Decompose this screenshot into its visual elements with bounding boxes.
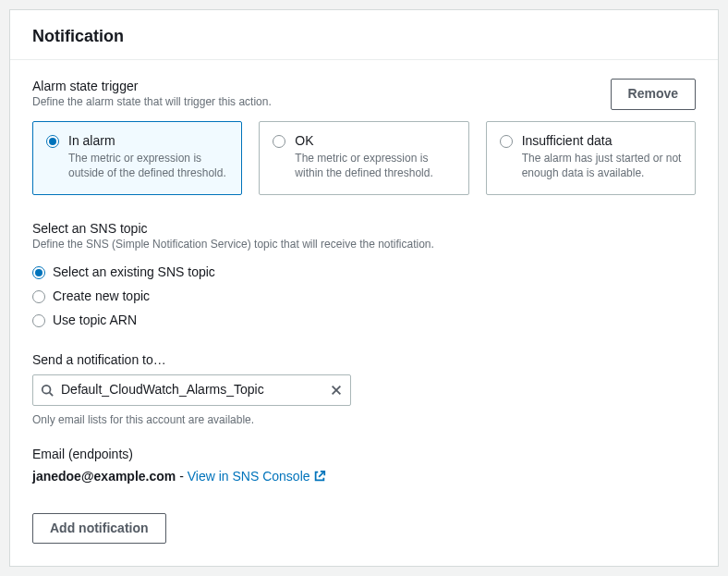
email-label: Email (endpoints) [32, 447, 696, 461]
alarm-state-tile-insufficient-data[interactable]: Insufficient data The alarm has just sta… [486, 121, 696, 196]
email-value: janedoe@example.com [32, 469, 176, 484]
tile-desc: The alarm has just started or not enough… [522, 151, 682, 182]
radio-icon [46, 135, 59, 148]
alarm-trigger-heading-group: Alarm state trigger Define the alarm sta… [32, 79, 272, 108]
notification-panel: Notification Alarm state trigger Define … [9, 9, 719, 567]
tile-desc: The metric or expression is within the d… [295, 151, 455, 182]
external-link-icon [313, 470, 326, 483]
alarm-trigger-title: Alarm state trigger [32, 79, 272, 93]
sns-radio-group: Select an existing SNS topic Create new … [32, 260, 696, 332]
tile-title: OK [295, 133, 455, 148]
sns-section: Select an SNS topic Define the SNS (Simp… [32, 221, 696, 332]
send-to-section: Send a notification to… Only email lists… [32, 352, 696, 426]
email-section: Email (endpoints) janedoe@example.com - … [32, 447, 696, 484]
email-line: janedoe@example.com - View in SNS Consol… [32, 469, 696, 484]
panel-header: Notification [10, 10, 718, 60]
tile-title: In alarm [68, 133, 228, 148]
send-to-hint: Only email lists for this account are av… [32, 413, 696, 426]
radio-icon [273, 135, 285, 148]
alarm-trigger-desc: Define the alarm state that will trigger… [32, 95, 272, 108]
radio-icon [32, 314, 45, 327]
sns-title: Select an SNS topic [32, 221, 696, 236]
add-notification-button[interactable]: Add notification [32, 513, 166, 545]
view-in-sns-console-link[interactable]: View in SNS Console [188, 469, 326, 484]
sns-option-existing[interactable]: Select an existing SNS topic [32, 260, 696, 284]
panel-body: Alarm state trigger Define the alarm sta… [10, 60, 718, 566]
send-to-label: Send a notification to… [32, 352, 696, 367]
close-icon [330, 384, 343, 397]
alarm-state-tiles: In alarm The metric or expression is out… [32, 121, 696, 196]
svg-line-4 [319, 472, 324, 477]
send-to-input[interactable] [32, 374, 351, 406]
radio-icon [32, 266, 45, 279]
sns-option-label: Create new topic [53, 288, 150, 303]
radio-icon [500, 135, 513, 148]
sns-desc: Define the SNS (Simple Notification Serv… [32, 238, 696, 251]
tile-desc: The metric or expression is outside of t… [68, 151, 228, 182]
svg-point-0 [42, 386, 51, 394]
panel-title: Notification [32, 27, 696, 46]
alarm-state-tile-in-alarm[interactable]: In alarm The metric or expression is out… [32, 121, 242, 196]
tile-title: Insufficient data [522, 133, 682, 148]
sns-option-label: Select an existing SNS topic [53, 264, 215, 279]
sns-option-create[interactable]: Create new topic [32, 284, 696, 308]
sns-option-label: Use topic ARN [53, 313, 137, 327]
email-separator: - [176, 469, 187, 484]
svg-line-1 [50, 393, 54, 397]
send-to-input-wrap [32, 374, 351, 406]
alarm-trigger-header-row: Alarm state trigger Define the alarm sta… [32, 79, 696, 110]
alarm-state-tile-ok[interactable]: OK The metric or expression is within th… [259, 121, 468, 196]
sns-option-arn[interactable]: Use topic ARN [32, 308, 696, 332]
radio-icon [32, 290, 45, 303]
clear-input-button[interactable] [328, 382, 345, 398]
search-icon [41, 384, 54, 397]
link-text: View in SNS Console [188, 469, 310, 484]
remove-button[interactable]: Remove [611, 79, 696, 110]
